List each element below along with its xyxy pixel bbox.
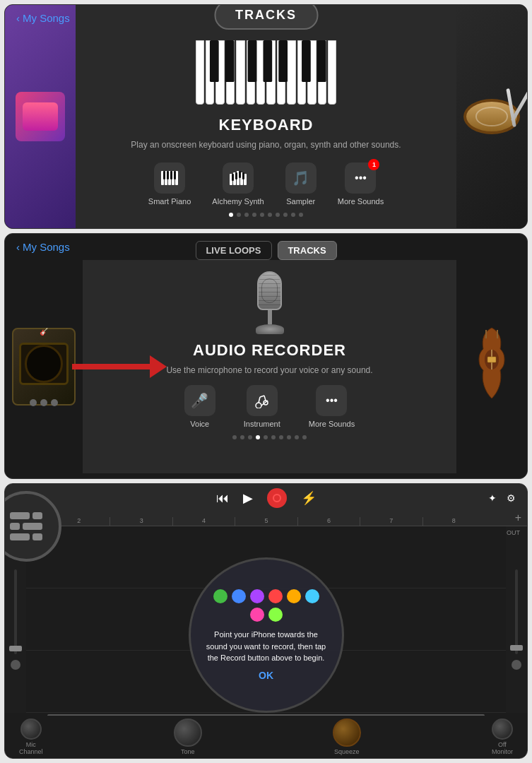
more-sounds-label-2: More Sounds — [309, 420, 355, 428]
violin-card[interactable] — [456, 260, 527, 473]
panel2-back-button[interactable]: ‹ My Songs — [16, 241, 70, 253]
tab-tracks[interactable]: TRACKS — [277, 241, 336, 260]
svg-rect-24 — [242, 172, 244, 179]
mic-channel-knob[interactable] — [20, 718, 42, 740]
more-sounds-label: More Sounds — [338, 197, 384, 206]
voice-icon: 🎤 — [184, 385, 215, 416]
alchemy-synth-item[interactable]: Alchemy Synth — [212, 162, 264, 206]
smart-piano-item[interactable]: Smart Piano — [148, 162, 191, 206]
brightness-button[interactable]: ✦ — [488, 492, 497, 504]
circle-dots — [205, 589, 328, 622]
track-block-1 — [10, 512, 30, 519]
dot2-9 — [295, 435, 299, 439]
left-side-card[interactable] — [5, 5, 76, 228]
mic-channel-label: MicChannel — [19, 741, 43, 755]
tab-group: LIVE LOOPS TRACKS — [195, 241, 336, 260]
monitor-control[interactable]: OffMonitor — [492, 718, 513, 755]
toolbar-right-controls: ✦ ⚙ — [488, 492, 516, 504]
dot-orange — [287, 589, 301, 603]
amp-illustration: 🎸 — [12, 328, 76, 406]
sub-instruments-row: Smart Piano — [148, 162, 384, 206]
svg-line-28 — [259, 397, 260, 403]
record-button[interactable] — [267, 488, 287, 508]
svg-rect-12 — [163, 171, 165, 179]
instrument-item[interactable]: Instrument — [244, 385, 280, 428]
dot-6 — [268, 213, 272, 217]
svg-rect-33 — [487, 357, 496, 362]
dot-8 — [283, 213, 288, 217]
alchemy-synth-label: Alchemy Synth — [212, 197, 264, 206]
tone-knob[interactable] — [174, 718, 202, 747]
alchemy-synth-icon — [223, 162, 254, 194]
bottom-controls: MicChannel Tone Squeeze OffMonitor — [5, 716, 527, 758]
tone-control[interactable]: Tone — [174, 718, 202, 755]
dot2-10 — [302, 435, 307, 439]
amp-card[interactable]: 🎸 — [5, 260, 83, 473]
add-track-button[interactable]: + — [515, 511, 521, 524]
ruler-mark-4: 4 — [172, 517, 235, 526]
svg-line-29 — [264, 396, 266, 401]
dot-green — [213, 589, 227, 603]
track-block-6 — [32, 533, 42, 540]
more-sounds-item-2[interactable]: ••• More Sounds — [309, 385, 355, 428]
monitor-knob[interactable] — [492, 718, 513, 740]
keyboard-main-card[interactable]: KEYBOARD Play an onscreen keyboard using… — [76, 5, 456, 228]
play-button[interactable]: ▶ — [243, 490, 253, 506]
squeeze-knob[interactable] — [333, 718, 361, 747]
skip-back-button[interactable]: ⏮ — [216, 491, 229, 506]
dot2-7 — [279, 435, 283, 439]
tracks-icon-row-2 — [10, 523, 42, 530]
left-fader-knob — [11, 660, 20, 670]
track-block-2 — [32, 512, 42, 519]
dot2-4 — [256, 435, 260, 439]
more-sounds-item[interactable]: ••• 1 More Sounds — [338, 162, 384, 206]
ruler-mark-8: 8 — [422, 517, 485, 526]
svg-rect-14 — [170, 171, 172, 179]
voice-item[interactable]: 🎤 Voice — [184, 385, 215, 428]
keyboard-desc: Play an onscreen keyboard using piano, o… — [131, 138, 401, 151]
dot-pink — [250, 608, 264, 622]
track-block-5 — [10, 533, 30, 540]
dot-1 — [229, 213, 233, 217]
mic-card: AUDIO RECORDER Use the microphone to rec… — [83, 260, 456, 473]
tone-label: Tone — [181, 748, 195, 755]
recording-info-text: Point your iPhone towards the sound you … — [205, 629, 328, 664]
page-dots — [229, 213, 303, 217]
panel1-content: KEYBOARD Play an onscreen keyboard using… — [5, 5, 527, 228]
recording-info-overlay: Point your iPhone towards the sound you … — [189, 557, 344, 713]
voice-label: Voice — [190, 420, 209, 428]
ruler-mark-5: 5 — [235, 517, 297, 526]
dot2-1 — [232, 435, 237, 439]
red-arrow — [72, 355, 167, 378]
metronome-button[interactable]: ⚡ — [301, 490, 317, 506]
sampler-label: Sampler — [286, 197, 315, 206]
dot-10 — [299, 213, 303, 217]
notification-badge: 1 — [368, 159, 379, 170]
back-button[interactable]: ‹ My Songs — [16, 12, 70, 24]
tracks-inner: ⏮ ▶ ⚡ ✦ ⚙ 2 3 4 5 6 7 8 + IN — [5, 484, 527, 758]
microphone-illustration — [256, 271, 284, 334]
page-dots-2 — [232, 435, 307, 439]
tab-live-loops[interactable]: LIVE LOOPS — [195, 241, 271, 260]
dot-3 — [244, 213, 249, 217]
sampler-item[interactable]: 🎵 Sampler — [285, 162, 317, 206]
dot2-2 — [240, 435, 244, 439]
right-side-card[interactable] — [456, 5, 527, 228]
squeeze-label: Squeeze — [334, 748, 360, 755]
keyboard-title: KEYBOARD — [219, 116, 314, 134]
right-fader-knob — [512, 660, 521, 670]
squeeze-control[interactable]: Squeeze — [333, 718, 361, 755]
svg-rect-21 — [232, 174, 234, 181]
mic-channel-control[interactable]: MicChannel — [19, 718, 43, 755]
smart-piano-icon — [154, 162, 185, 194]
dot-blue — [232, 589, 246, 603]
ruler-mark-6: 6 — [297, 517, 360, 526]
ok-button[interactable]: OK — [259, 670, 273, 681]
tracks-toolbar: ⏮ ▶ ⚡ ✦ ⚙ — [5, 484, 527, 512]
right-fader[interactable] — [506, 526, 527, 713]
out-label: OUT — [507, 529, 520, 536]
instrument-label: Instrument — [244, 420, 280, 428]
settings-button[interactable]: ⚙ — [507, 492, 516, 504]
track-block-3 — [10, 523, 20, 530]
keyboard-illustration — [196, 40, 337, 105]
